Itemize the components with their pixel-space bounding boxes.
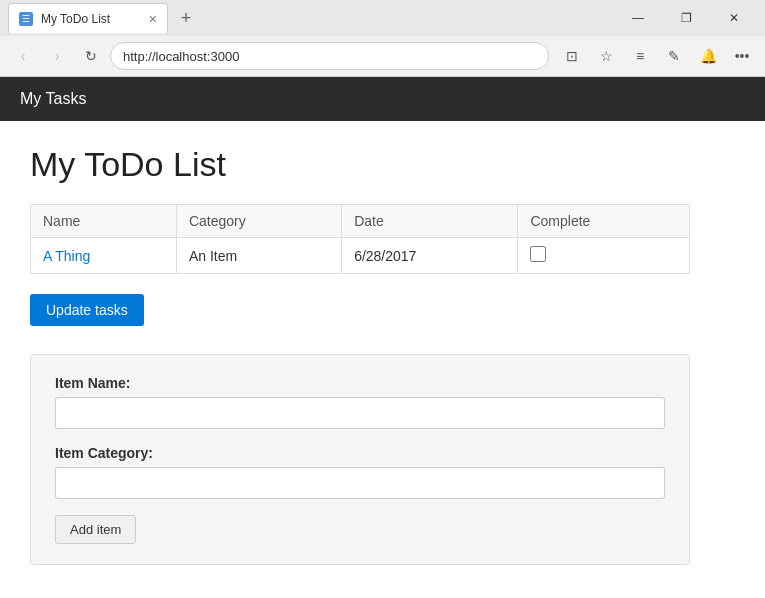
forward-button[interactable]: ›: [42, 41, 72, 71]
task-category: An Item: [176, 238, 341, 274]
task-table: Name Category Date Complete A Thing An I…: [30, 204, 690, 274]
close-button[interactable]: ✕: [711, 0, 757, 36]
add-item-button[interactable]: Add item: [55, 515, 136, 544]
page-content: My ToDo List Name Category Date Complete…: [0, 121, 765, 589]
item-category-input[interactable]: [55, 467, 665, 499]
minimize-button[interactable]: —: [615, 0, 661, 36]
item-name-label: Item Name:: [55, 375, 665, 391]
item-name-input[interactable]: [55, 397, 665, 429]
window-controls: — ❐ ✕: [615, 0, 757, 36]
app-header-title: My Tasks: [20, 90, 86, 108]
address-text: http://localhost:3000: [123, 49, 239, 64]
task-complete-checkbox[interactable]: [530, 246, 546, 262]
table-row: A Thing An Item 6/28/2017: [31, 238, 690, 274]
tab-title: My ToDo List: [41, 12, 110, 26]
task-date: 6/28/2017: [342, 238, 518, 274]
edit-icon[interactable]: ✎: [659, 41, 689, 71]
item-category-group: Item Category:: [55, 445, 665, 499]
page-title: My ToDo List: [30, 145, 735, 184]
add-item-form: Item Name: Item Category: Add item: [30, 354, 690, 565]
update-tasks-button[interactable]: Update tasks: [30, 294, 144, 326]
app-header: My Tasks: [0, 77, 765, 121]
new-tab-button[interactable]: +: [172, 4, 200, 32]
col-category: Category: [176, 205, 341, 238]
menu-icon[interactable]: ≡: [625, 41, 655, 71]
item-name-group: Item Name:: [55, 375, 665, 429]
hub-icon[interactable]: 🔔: [693, 41, 723, 71]
back-button[interactable]: ‹: [8, 41, 38, 71]
more-icon[interactable]: •••: [727, 41, 757, 71]
restore-button[interactable]: ❐: [663, 0, 709, 36]
browser-chrome: ☰ My ToDo List × + — ❐ ✕ ‹ › ↻ http://lo…: [0, 0, 765, 77]
task-name-link[interactable]: A Thing: [43, 248, 90, 264]
nav-icons: ⊡ ☆ ≡ ✎ 🔔 •••: [557, 41, 757, 71]
refresh-button[interactable]: ↻: [76, 41, 106, 71]
reader-icon[interactable]: ⊡: [557, 41, 587, 71]
active-tab[interactable]: ☰ My ToDo List ×: [8, 3, 168, 33]
favorites-icon[interactable]: ☆: [591, 41, 621, 71]
item-category-label: Item Category:: [55, 445, 665, 461]
col-complete: Complete: [518, 205, 690, 238]
nav-bar: ‹ › ↻ http://localhost:3000 ⊡ ☆ ≡ ✎ 🔔 ••…: [0, 36, 765, 76]
col-date: Date: [342, 205, 518, 238]
tab-favicon: ☰: [19, 12, 33, 26]
col-name: Name: [31, 205, 177, 238]
tab-bar: ☰ My ToDo List × + — ❐ ✕: [0, 0, 765, 36]
tab-close-button[interactable]: ×: [149, 12, 157, 26]
address-bar[interactable]: http://localhost:3000: [110, 42, 549, 70]
